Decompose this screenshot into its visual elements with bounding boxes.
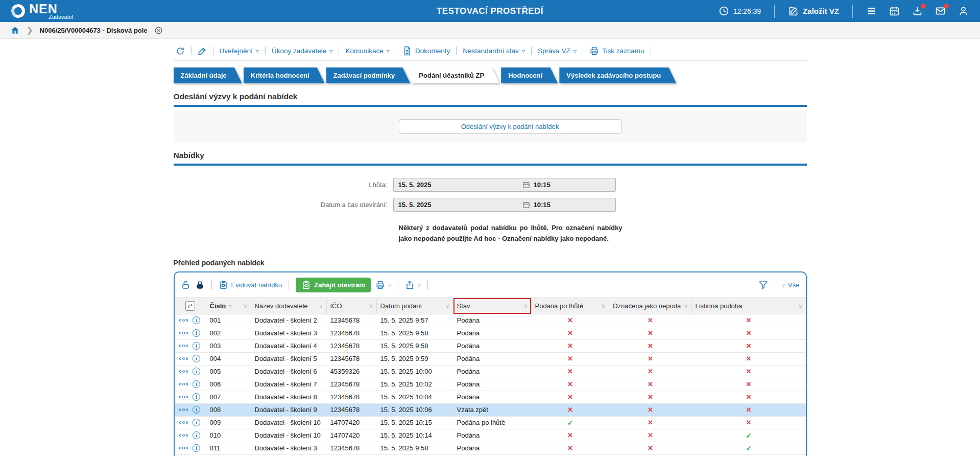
create-vz-button[interactable]: Založit VZ [788,6,839,16]
row-info-icon[interactable]: i [193,355,200,362]
row-menu-icon[interactable] [179,383,188,385]
user-icon[interactable] [958,6,969,16]
row-menu-icon[interactable] [179,319,188,322]
table-row[interactable]: i004Dodavatel - školení 51234567815. 5. … [175,353,806,366]
lock-open-icon[interactable] [181,280,190,290]
clock: 12:26:39 [719,6,761,16]
table-row[interactable]: i007Dodavatel - školení 81234567815. 5. … [175,391,806,404]
row-info-icon[interactable]: i [193,368,200,375]
column-header-listinna-podoba[interactable]: Listinná podoba▽ [692,298,806,314]
row-menu-icon[interactable] [179,396,188,398]
table-row[interactable]: i008Dodavatel - školení 91234567815. 5. … [175,404,806,417]
filter-dropdown-icon[interactable]: ▽ [796,304,802,308]
lock-filled-icon[interactable] [195,280,205,290]
offer-status: Podána po lhůtě [453,417,532,429]
filter-funnel-icon[interactable] [758,280,768,290]
column-header-cislo[interactable]: Číslo↑▽ [206,298,251,314]
row-menu-icon[interactable] [179,345,188,347]
cross-icon: ✕ [648,419,653,426]
cross-icon: ✕ [648,444,653,452]
evidovat-nabidku-button[interactable]: Evidovat nabídku [219,280,282,290]
tab-hodnoceni[interactable]: Hodnocení [501,67,558,83]
send-call-button[interactable]: Odeslání výzvy k podání nabídek [399,119,622,134]
column-header-podana-po-lhute[interactable]: Podaná po lhůtě▽ [532,298,609,314]
row-info-icon[interactable]: i [193,444,200,452]
paper-form-flag: ✕ [692,366,806,378]
row-menu-icon[interactable] [179,434,188,437]
column-header-stav[interactable]: Stav▽ [453,298,532,314]
supplier-name: Dodavatel - školení 7 [251,378,327,391]
paper-form-flag: ✕ [692,314,806,327]
tab-zakladni-udaje[interactable]: Základní údaje [174,67,242,83]
calendar-icon[interactable] [889,6,900,16]
row-info-icon[interactable]: i [193,419,200,426]
toolbar-menu-dokumenty[interactable]: Dokumenty [400,46,452,56]
late-flag: ✕ [532,314,609,327]
filter-dropdown-icon[interactable]: ▽ [599,304,605,308]
tab-zadavaci-podminky[interactable]: Zadávací podmínky [326,67,411,83]
toolbar-menu-nestandardni-stav[interactable]: Nestandardní stav▽ [461,47,527,55]
toolbar-menu-tisk-zaznamu[interactable]: Tisk záznamu [587,46,647,56]
row-menu-icon[interactable] [179,370,188,373]
supplier-name: Dodavatel - školení 4 [251,340,327,352]
row-menu-icon[interactable] [179,447,188,449]
datetime-field[interactable]: 15. 5. 202510:15 [393,198,616,212]
row-info-icon[interactable]: i [193,342,200,350]
table-row[interactable]: i009Dodavatel - školení 101470742015. 5.… [175,417,806,429]
late-flag: ✕ [532,404,609,416]
print-grid-button[interactable]: ▽ [375,280,391,290]
close-record-icon[interactable] [154,26,163,35]
row-info-icon[interactable]: i [193,431,200,439]
row-info-icon[interactable]: i [193,380,200,388]
table-row[interactable]: i002Dodavatel - školení 31234567815. 5. … [175,327,806,340]
tab-podani-ucastniku-zp[interactable]: Podání účastníků ZP [412,67,499,83]
toolbar-menu-ukony-zadavatele[interactable]: Úkony zadavatele▽ [270,47,334,55]
filter-dropdown-icon[interactable]: ▽ [366,304,372,308]
section-title-nabidky: Nabídky [174,151,807,160]
table-row[interactable]: i010Dodavatel - školení 101470742015. 5.… [175,429,806,442]
row-info-icon[interactable]: i [193,406,200,414]
home-icon[interactable] [10,26,20,35]
tab-vysledek-zadavaciho-postupu[interactable]: Výsledek zadávacího postupu [559,67,676,83]
filter-dropdown-icon[interactable]: ▽ [443,304,449,308]
breadcrumb-record[interactable]: N006/25/V00004673 - Disková pole [40,27,148,34]
downloads-button[interactable] [912,6,923,16]
table-row[interactable]: i006Dodavatel - školení 71234567815. 5. … [175,378,806,391]
column-settings-icon[interactable]: ⇄ [185,301,195,311]
row-menu-icon[interactable] [179,357,188,360]
row-menu-icon[interactable] [179,421,188,424]
menu-icon[interactable] [866,6,877,16]
datetime-field[interactable]: 15. 5. 202510:15 [393,178,616,192]
column-header-nazev-dodavatele[interactable]: Název dodavatele▽ [251,298,327,314]
column-header-datum-podani[interactable]: Datum podání▽ [377,298,453,314]
table-row[interactable]: i011Dodavatel - školení 31234567815. 5. … [175,442,806,455]
toolbar-menu-komunikace[interactable]: Komunikace▽ [343,47,391,55]
messages-button[interactable] [935,6,946,16]
table-row[interactable]: i005Dodavatel - školení 64535932615. 5. … [175,366,806,378]
nen-logo[interactable]: NEN Zadavatel [11,3,73,20]
row-info-icon[interactable]: i [193,329,200,337]
table-row[interactable]: i003Dodavatel - školení 41234567815. 5. … [175,340,806,353]
filter-preset-select[interactable]: ▽ Vše [782,281,800,289]
table-row[interactable]: i001Dodavatel - školení 21234567815. 5. … [175,314,806,327]
check-icon: ✓ [567,419,573,427]
tab-kriteria-hodnoceni[interactable]: Kritéria hodnocení [244,67,325,83]
filter-dropdown-icon[interactable]: ▽ [241,304,247,308]
toolbar-menu-uverejneni[interactable]: Uveřejnění▽ [218,47,261,55]
row-info-icon[interactable]: i [193,316,200,324]
filter-dropdown-icon[interactable]: ▽ [316,304,322,308]
cross-icon: ✕ [746,380,752,388]
row-menu-icon[interactable] [179,332,188,334]
export-button[interactable]: ▽ [405,280,421,290]
row-info-icon[interactable]: i [193,393,200,401]
column-header-oznacena-jako-nepodana[interactable]: Označena jako nepodaná▽ [609,298,692,314]
clock-time: 12:26:39 [733,7,761,15]
edit-record-button[interactable] [196,47,209,56]
row-menu-icon[interactable] [179,408,188,411]
zahajit-otevirani-button[interactable]: Zahájit otevírání [296,278,371,292]
refresh-button[interactable] [174,47,187,56]
filter-dropdown-icon[interactable]: ▽ [681,304,687,308]
filter-dropdown-icon[interactable]: ▽ [521,304,527,308]
column-header-ico[interactable]: IČO▽ [327,298,377,314]
toolbar-menu-sprava-vz[interactable]: Správa VZ▽ [536,47,579,55]
